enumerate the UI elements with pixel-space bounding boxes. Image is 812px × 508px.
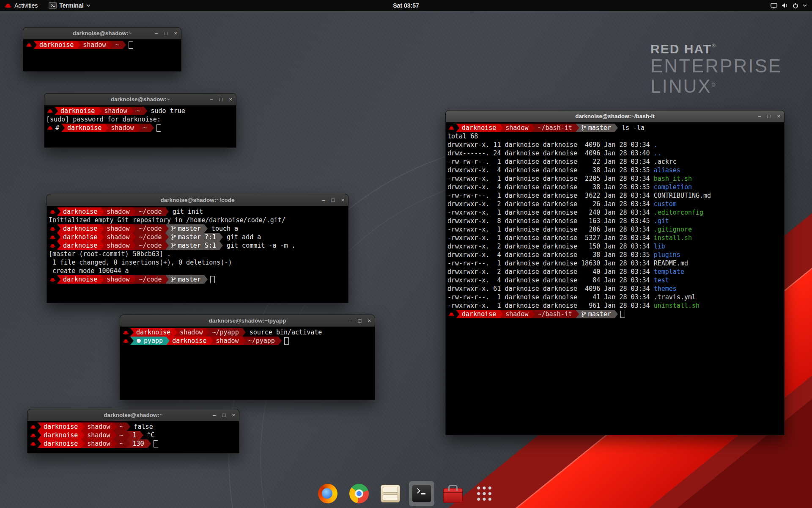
maximize-button[interactable]: □ — [768, 113, 771, 119]
window-titlebar[interactable]: darknoise@shadow:~/code –□× — [47, 194, 348, 206]
terminal-content[interactable]: darknoiseshadow~ — [23, 39, 181, 49]
minimize-button[interactable]: – — [210, 97, 213, 102]
terminal-window[interactable]: darknoise@shadow:~/pyapp –□× darknoisesh… — [120, 315, 375, 400]
terminal-window[interactable]: darknoise@shadow:~ –□× darknoiseshadow~ … — [27, 409, 239, 453]
minimize-button[interactable]: – — [322, 197, 325, 203]
window-title: darknoise@shadow:~ — [73, 30, 132, 36]
powerline-separator — [77, 41, 80, 49]
window-titlebar[interactable]: darknoise@shadow:~ –□× — [27, 409, 239, 421]
powerline-separator — [57, 224, 60, 233]
terminal-window[interactable]: darknoise@shadow:~/code –□× darknoisesha… — [47, 194, 348, 303]
maximize-button[interactable]: □ — [358, 318, 362, 323]
maximize-button[interactable]: □ — [332, 197, 335, 203]
command-text: ls -la — [618, 124, 645, 132]
minimize-button[interactable]: – — [213, 412, 216, 418]
powerline-separator — [81, 439, 85, 448]
text-cursor — [620, 311, 625, 318]
terminal-content[interactable]: darknoiseshadow~/pyapp source bin/activa… — [120, 327, 375, 345]
file-meta: drwxrwxr-x. 4 darknoise darknoise 38 Jan… — [447, 183, 654, 191]
terminal-content[interactable]: darknoiseshadow~ sudo true[sudo] passwor… — [44, 105, 236, 132]
powerline-separator — [614, 310, 618, 318]
python-venv-icon — [136, 338, 141, 343]
rhel-branding: RED HAT® ENTERPRISE LINUX® — [650, 42, 782, 96]
brand-redhat: RED HAT — [650, 42, 712, 56]
terminal-line: darknoiseshadow~/pyapp source bin/activa… — [122, 328, 374, 337]
terminal-line: [master (root-commit) 50bcb63] . — [49, 250, 347, 258]
close-button[interactable]: × — [777, 113, 780, 119]
prompt-segment-host: shadow — [85, 431, 113, 439]
chrome-icon — [349, 484, 369, 503]
powerline-separator — [151, 124, 154, 132]
powerline-separator — [101, 207, 104, 216]
prompt-segment-user: darknoise — [60, 224, 101, 233]
system-status-area[interactable] — [765, 0, 812, 11]
maximize-button[interactable]: □ — [219, 97, 223, 102]
powerline-separator — [127, 439, 130, 448]
terminal-content[interactable]: darknoiseshadow~/bash-itmaster ls -latot… — [446, 122, 784, 318]
redhat-prompt-icon — [447, 126, 456, 130]
file-name: install.sh — [654, 234, 692, 242]
file-meta: drwxrwxr-x. 2 darknoise darknoise 26 Jan… — [447, 200, 654, 208]
prompt-segment-host: shadow — [102, 107, 130, 115]
window-titlebar[interactable]: darknoise@shadow:~ –□× — [44, 94, 236, 105]
terminal-line: drwx------. 24 darknoise darknoise 4096 … — [447, 149, 783, 157]
powerline-separator — [61, 124, 65, 132]
powerline-separator — [133, 224, 136, 233]
terminal-window[interactable]: darknoise@shadow:~ –□× darknoiseshadow~ … — [44, 93, 236, 148]
file-name: lib — [654, 243, 665, 250]
window-titlebar[interactable]: darknoise@shadow:~/pyapp –□× — [120, 315, 375, 327]
powerline-separator — [137, 124, 141, 132]
terminal-window[interactable]: darknoise@shadow:~ –□× darknoiseshadow~ — [23, 27, 181, 72]
powerline-separator — [278, 337, 282, 345]
terminal-window-active[interactable]: darknoise@shadow:~/bash-it –□× darknoise… — [445, 110, 785, 435]
redhat-prompt-icon — [49, 235, 57, 240]
close-button[interactable]: × — [229, 97, 232, 102]
dock-software[interactable] — [440, 481, 466, 506]
terminal-line: -rw-rw-r--. 1 darknoise darknoise 22 Jan… — [447, 157, 783, 166]
powerline-separator — [219, 241, 223, 250]
prompt-segment-user: darknoise — [459, 310, 499, 318]
minimize-button[interactable]: – — [348, 318, 351, 323]
powerline-separator — [242, 337, 246, 345]
close-button[interactable]: × — [341, 197, 344, 203]
file-name: .git — [654, 217, 669, 225]
powerline-separator — [204, 224, 208, 233]
app-menu-button[interactable]: Terminal — [44, 0, 94, 11]
prompt-segment-host: shadow — [108, 124, 137, 132]
minimize-button[interactable]: – — [155, 30, 158, 36]
file-meta: -rw-rw-r--. 1 darknoise darknoise 22 Jan… — [447, 158, 654, 166]
window-titlebar[interactable]: darknoise@shadow:~/bash-it –□× — [446, 110, 784, 122]
terminal-content[interactable]: darknoiseshadow~ falsedarknoiseshadow~1 … — [27, 421, 239, 448]
file-meta: drwxrwxr-x. 2 darknoise darknoise 150 Ja… — [447, 243, 654, 250]
powerline-separator — [133, 207, 136, 216]
close-button[interactable]: × — [174, 30, 177, 36]
command-text: source bin/activate — [246, 329, 322, 336]
powerline-separator — [165, 207, 169, 216]
terminal-content[interactable]: darknoiseshadow~/code git initInitialize… — [47, 206, 348, 284]
powerline-separator — [57, 207, 60, 216]
powerline-separator — [499, 310, 503, 318]
redhat-prompt-icon — [46, 126, 55, 130]
prompt-segment-user: darknoise — [41, 439, 81, 448]
minimize-button[interactable]: – — [758, 113, 761, 119]
prompt-segment-git: master — [169, 224, 204, 233]
prompt-segment-host: shadow — [85, 439, 113, 448]
prompt-segment-git: master — [579, 310, 614, 318]
close-button[interactable]: × — [232, 412, 235, 418]
powerline-separator — [532, 310, 535, 318]
dock-firefox[interactable] — [315, 481, 340, 506]
maximize-button[interactable]: □ — [222, 412, 226, 418]
dock-app-grid[interactable] — [472, 481, 497, 506]
activities-button[interactable]: Activities — [0, 0, 42, 11]
window-titlebar[interactable]: darknoise@shadow:~ –□× — [23, 28, 181, 39]
dock-terminal[interactable] — [409, 481, 434, 506]
powerline-separator — [206, 328, 209, 337]
close-button[interactable]: × — [368, 318, 371, 323]
prompt-segment-git: master — [579, 124, 614, 132]
dock-files[interactable] — [378, 481, 403, 506]
maximize-button[interactable]: □ — [165, 30, 168, 36]
dock-chrome[interactable] — [346, 481, 372, 506]
powerline-separator — [105, 124, 108, 132]
clock[interactable]: Sat 03:57 — [393, 2, 419, 9]
prompt-segment-user: darknoise — [60, 241, 101, 250]
